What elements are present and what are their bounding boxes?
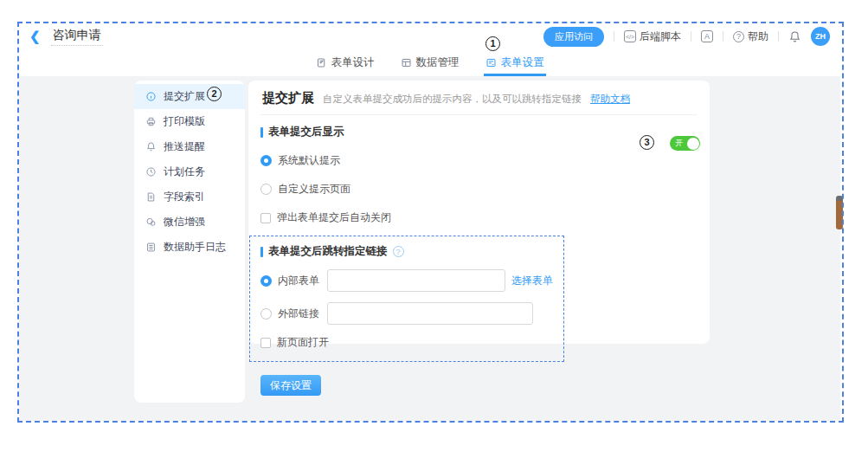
display-after-submit-section: 表单提交后显示 系统默认提示 自定义提示页面 弹出表单提交后自动关闭: [248, 115, 710, 225]
app-window: ❮ 咨询申请 应用访问 </> 后端脚本 A ? 帮助 ZH: [0, 0, 868, 452]
select-form-link[interactable]: 选择表单: [511, 274, 553, 288]
toggle-on-label: 开: [675, 139, 683, 147]
section-title: 表单提交后跳转指定链接 ?: [260, 244, 553, 259]
settings-sidebar: 提交扩展 打印模版 推送提醒 计划任务 字段索引: [134, 81, 245, 403]
divider: [723, 31, 723, 42]
internal-form-label: 内部表单: [278, 274, 321, 288]
sidebar-item-field-index[interactable]: 字段索引: [134, 184, 245, 210]
radio-custom-page[interactable]: [260, 184, 272, 195]
sidebar-item-label: 推送提醒: [164, 139, 205, 154]
tab-form-design[interactable]: 表单设计: [314, 48, 376, 76]
app-access-button[interactable]: 应用访问: [543, 27, 604, 47]
radio-system-default[interactable]: [260, 155, 272, 166]
user-avatar[interactable]: ZH: [811, 27, 830, 46]
redirect-toggle-switch[interactable]: 开: [670, 136, 700, 151]
panel-title: 提交扩展: [262, 90, 314, 107]
help-doc-link[interactable]: 帮助文档: [590, 93, 630, 106]
font-a-icon[interactable]: A: [701, 30, 713, 42]
annotation-2: 2: [207, 87, 222, 101]
option-system-default: 系统默认提示: [260, 153, 698, 168]
radio-internal-form[interactable]: [260, 275, 272, 287]
option-label: 弹出表单提交后自动关闭: [277, 210, 391, 225]
divider: [778, 31, 779, 42]
app-title[interactable]: 咨询申请: [51, 28, 103, 46]
option-custom-page: 自定义提示页面: [260, 182, 698, 197]
tab-label: 表单设计: [331, 55, 375, 70]
checkbox-new-page[interactable]: [260, 338, 271, 348]
external-link-row: 外部链接: [260, 302, 553, 325]
external-link-label: 外部链接: [278, 307, 321, 321]
annotation-3: 3: [640, 135, 654, 150]
floating-side-handle[interactable]: [836, 196, 843, 229]
internal-form-row: 内部表单 选择表单: [260, 269, 553, 292]
sidebar-item-scheduled-task[interactable]: 计划任务: [134, 159, 245, 184]
sidebar-item-submit-extension[interactable]: 提交扩展: [134, 84, 245, 109]
help-button[interactable]: ? 帮助: [733, 29, 768, 44]
sidebar-item-push-reminder[interactable]: 推送提醒: [134, 134, 245, 159]
save-settings-button[interactable]: 保存设置: [260, 375, 321, 396]
section-title-text: 表单提交后跳转指定链接: [268, 244, 388, 259]
annotation-1: 1: [485, 36, 500, 51]
panel-description: 自定义表单提交成功后的提示内容，以及可以跳转指定链接: [323, 93, 582, 106]
sidebar-item-print-template[interactable]: 打印模版: [134, 109, 245, 134]
sidebar-item-label: 提交扩展: [164, 89, 205, 104]
submit-extension-panel: 提交扩展 自定义表单提交成功后的提示内容，以及可以跳转指定链接 帮助文档 表单提…: [248, 81, 710, 344]
section-title: 表单提交后显示: [260, 125, 698, 139]
sidebar-item-wechat-enhance[interactable]: 微信增强: [134, 210, 245, 235]
tab-form-settings[interactable]: 表单设置: [484, 48, 546, 76]
option-label: 系统默认提示: [278, 153, 340, 168]
tab-label: 数据管理: [416, 55, 460, 70]
section-title-text: 表单提交后显示: [268, 125, 344, 139]
sidebar-item-label: 计划任务: [164, 165, 205, 179]
divider: [614, 31, 614, 42]
title-accent-bar: [260, 127, 263, 138]
backend-script-label: 后端脚本: [640, 29, 681, 44]
backend-script-button[interactable]: </> 后端脚本: [624, 29, 681, 44]
tab-label: 表单设置: [501, 55, 544, 70]
option-auto-close: 弹出表单提交后自动关闭: [260, 210, 698, 225]
notification-bell-icon[interactable]: [788, 30, 801, 43]
back-icon[interactable]: ❮: [29, 29, 41, 44]
tab-data-management[interactable]: 数据管理: [399, 48, 461, 76]
new-page-row: 新页面打开: [260, 335, 553, 350]
section-help-icon[interactable]: ?: [393, 246, 404, 257]
title-accent-bar: [260, 247, 263, 257]
help-label: 帮助: [748, 29, 768, 44]
toggle-knob: [687, 138, 699, 150]
divider: [691, 31, 691, 42]
sidebar-item-label: 微信增强: [164, 215, 205, 229]
redirect-section-annotation-box: 表单提交后跳转指定链接 ? 内部表单 选择表单 外部链接 新页面打开: [249, 236, 564, 362]
sidebar-item-label: 数据助手日志: [164, 240, 226, 255]
question-icon: ?: [733, 31, 744, 42]
panel-header: 提交扩展 自定义表单提交成功后的提示内容，以及可以跳转指定链接 帮助文档: [248, 81, 710, 114]
new-page-label: 新页面打开: [277, 335, 329, 350]
code-icon: </>: [624, 30, 636, 42]
external-link-input[interactable]: [327, 302, 533, 325]
top-bar-actions: 应用访问 </> 后端脚本 A ? 帮助 ZH: [543, 27, 830, 47]
option-label: 自定义提示页面: [278, 182, 350, 197]
sidebar-item-label: 打印模版: [164, 114, 205, 129]
checkbox-auto-close[interactable]: [260, 213, 271, 223]
sidebar-item-label: 字段索引: [164, 190, 205, 204]
top-bar: ❮ 咨询申请 应用访问 </> 后端脚本 A ? 帮助 ZH: [19, 23, 840, 49]
sidebar-item-data-assistant-log[interactable]: 数据助手日志: [134, 235, 245, 260]
radio-external-link[interactable]: [260, 308, 272, 320]
internal-form-input[interactable]: [327, 269, 505, 292]
form-tab-bar: 表单设计 数据管理 表单设置: [19, 48, 840, 76]
